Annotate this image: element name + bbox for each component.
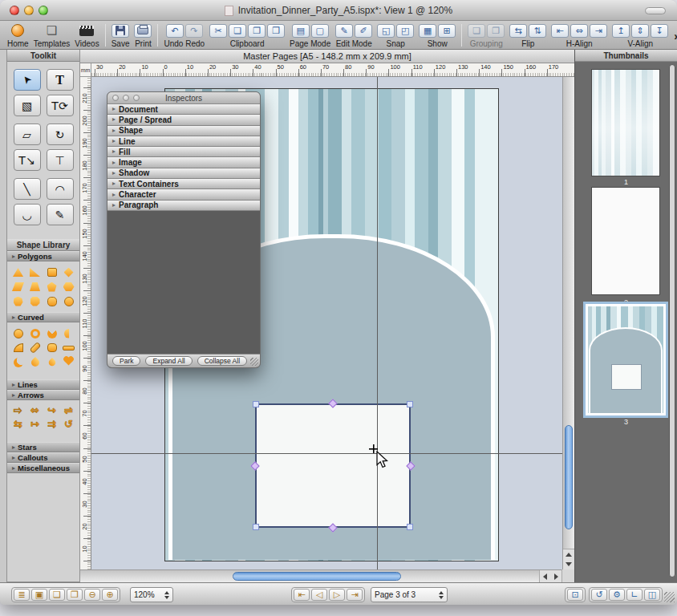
inspector-section[interactable]: ▸ Image	[107, 157, 260, 168]
tool-line[interactable]: ╲	[14, 178, 41, 200]
vertical-scroll-thumb[interactable]	[565, 425, 573, 529]
scroll-down-icon[interactable]	[566, 562, 572, 566]
tool-curve[interactable]: ◡	[14, 204, 41, 225]
view-page-button[interactable]: ❏	[49, 589, 65, 601]
shape-tool-button[interactable]: ↺	[591, 589, 607, 601]
view-list-button[interactable]: ≣	[14, 589, 30, 601]
vertical-scroll-arrows[interactable]	[563, 549, 574, 569]
duplicate-button[interactable]: ❒	[267, 24, 285, 38]
scroll-up-icon[interactable]	[566, 553, 572, 557]
park-button[interactable]: Park	[112, 356, 140, 366]
align-top-button[interactable]: ↥	[612, 24, 630, 38]
horizontal-guide[interactable]	[91, 453, 562, 454]
handle-bottom-left[interactable]	[253, 524, 259, 530]
zoom-in-button[interactable]: ⊕	[102, 589, 118, 601]
inspector-section[interactable]: ▸ Page / Spread	[107, 115, 260, 125]
tool-text-link[interactable]: T↘	[14, 149, 41, 171]
redo-button[interactable]: ↷	[185, 24, 203, 38]
page-thumbnail-2[interactable]	[591, 187, 660, 295]
tool-text[interactable]: T	[47, 69, 74, 91]
section-header-miscellaneous[interactable]: ▸ Miscellaneous	[7, 463, 79, 473]
view-fit-button[interactable]: ❐	[67, 589, 83, 601]
zoom-stepper[interactable]	[164, 591, 169, 599]
undo-button[interactable]: ↶	[166, 24, 184, 38]
tool-text-rotate[interactable]: T⟳	[47, 95, 74, 116]
zoom-out-button[interactable]: ⊖	[84, 589, 100, 601]
section-header-arrows[interactable]: ▸ Arrows	[7, 390, 79, 400]
align-middle-button[interactable]: ⇕	[631, 24, 649, 38]
vertical-guide[interactable]	[377, 77, 378, 569]
tool-distort[interactable]: ▱	[14, 124, 41, 145]
window-resize-grip[interactable]	[664, 592, 675, 602]
settings-wrench-button[interactable]: ⚙	[609, 589, 625, 601]
inspector-section[interactable]: ▸ Shape	[107, 126, 260, 136]
tool-rotate[interactable]: ↻	[47, 124, 74, 145]
view-spread-button[interactable]: ▣	[31, 589, 47, 601]
last-page-button[interactable]: ⇥	[347, 589, 363, 601]
flip-vertical-button[interactable]: ⇅	[529, 24, 546, 38]
ungroup-button[interactable]: ❐	[487, 24, 505, 38]
cut-button[interactable]: ✂	[209, 24, 227, 38]
page-thumbnail-3-selected[interactable]	[586, 304, 666, 415]
show-grid-button[interactable]: ▦	[419, 24, 436, 38]
first-page-button[interactable]: ⇤	[294, 589, 310, 601]
tool-select[interactable]: ➤	[14, 69, 41, 91]
toolbar-overflow-chevron[interactable]: »	[671, 30, 677, 43]
palette-close-button[interactable]	[112, 95, 119, 101]
edit-mode-select-button[interactable]: ✎	[335, 24, 353, 38]
handle-top-right[interactable]	[407, 401, 413, 407]
expand-all-button[interactable]: Expand All	[145, 356, 192, 366]
toolbar-group-templates[interactable]: ❏ Templates	[34, 22, 71, 48]
section-header-curved[interactable]: ▸ Curved	[7, 312, 79, 322]
horizontal-scroll-arrows[interactable]	[539, 570, 561, 582]
section-header-polygons[interactable]: ▸ Polygons	[7, 251, 79, 261]
page-popup[interactable]: Page 3 of 3	[371, 587, 448, 602]
align-center-button[interactable]: ⇔	[570, 24, 588, 38]
inspector-section[interactable]: ▸ Line	[107, 136, 260, 147]
align-left-button[interactable]: ⇤	[551, 24, 569, 38]
inspector-section[interactable]: ▸ Character	[107, 189, 260, 200]
palette-zoom-button[interactable]	[133, 95, 140, 101]
edit-mode-text-button[interactable]: ✐	[355, 24, 372, 38]
page-mode-single-button[interactable]: ▢	[311, 24, 329, 38]
next-page-button[interactable]: ▷	[329, 589, 345, 601]
inspector-button[interactable]: ⊡	[567, 589, 583, 601]
show-guides-button[interactable]: ⊞	[438, 24, 456, 38]
handle-top-left[interactable]	[253, 401, 259, 407]
section-header-lines[interactable]: ▸ Lines	[7, 379, 79, 390]
handle-bottom-right[interactable]	[407, 524, 413, 530]
corner-tool-button[interactable]: ∟	[626, 589, 643, 601]
page-mode-list-button[interactable]: ▤	[292, 24, 310, 38]
horizontal-scroll-thumb[interactable]	[233, 572, 401, 581]
snap-off-button[interactable]: ◰	[396, 24, 414, 38]
align-right-button[interactable]: ⇥	[590, 24, 607, 38]
scroll-left-icon[interactable]	[543, 573, 547, 580]
zoom-level-field[interactable]: 120%	[130, 587, 173, 602]
thumbnails-scrollbar[interactable]	[669, 64, 675, 578]
vertical-scrollbar[interactable]	[562, 77, 574, 569]
palette-title-bar[interactable]: Inspectors	[107, 92, 260, 104]
previous-page-button[interactable]: ◁	[311, 589, 327, 601]
inspector-section[interactable]: ▸ Document	[107, 104, 260, 115]
inspector-section[interactable]: ▸ Text Containers	[107, 179, 260, 189]
section-header-stars[interactable]: ▸ Stars	[7, 442, 79, 452]
section-header-callouts[interactable]: ▸ Callouts	[7, 452, 79, 463]
palette-resize-grip[interactable]	[250, 358, 258, 366]
tool-arc[interactable]: ◠	[47, 178, 74, 200]
tool-image[interactable]: ▧	[14, 95, 41, 116]
title-bar[interactable]: Invitation_Dinner_Party_A5.ispx*: View 1…	[0, 0, 677, 21]
group-button[interactable]: ❏	[468, 24, 485, 38]
inspector-section[interactable]: ▸ Fill	[107, 147, 260, 157]
toolbar-toggle-lozenge[interactable]	[645, 7, 666, 14]
page-popup-stepper[interactable]	[439, 591, 444, 599]
tool-text-on-path[interactable]: ⊤	[47, 149, 74, 171]
snap-on-button[interactable]: ◱	[377, 24, 395, 38]
horizontal-scrollbar[interactable]	[80, 569, 574, 582]
toolbar-group-print[interactable]: Print	[134, 22, 152, 48]
scroll-right-icon[interactable]	[554, 573, 558, 580]
tool-pencil[interactable]: ✎	[47, 204, 74, 225]
paste-button[interactable]: ❏	[229, 24, 246, 38]
collapse-all-button[interactable]: Collapse All	[197, 356, 247, 366]
copy-button[interactable]: ❐	[248, 24, 266, 38]
inspectors-palette[interactable]: Inspectors ▸ Document ▸ Page / Spread ▸ …	[107, 91, 261, 368]
